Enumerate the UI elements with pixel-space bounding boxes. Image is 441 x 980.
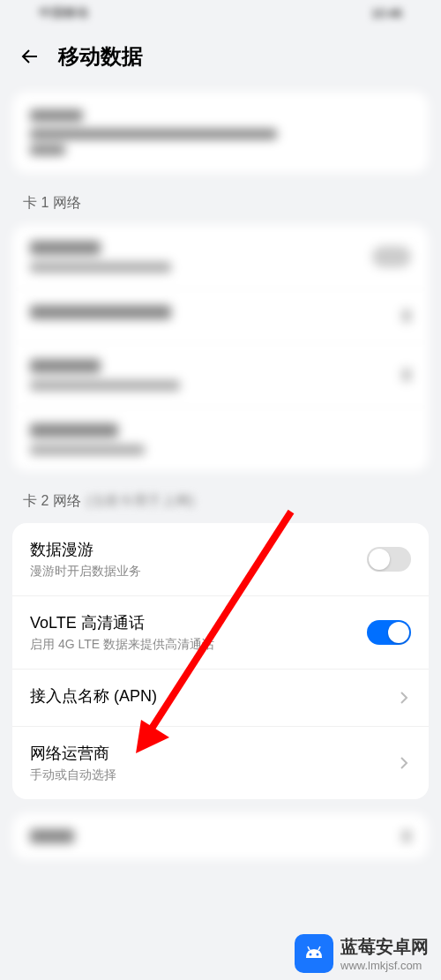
svg-point-3 (310, 954, 312, 956)
sim1-section-label: 卡 1 网络 (0, 178, 441, 220)
data-roaming-row[interactable]: 数据漫游 漫游时开启数据业务 (12, 523, 429, 596)
volte-title: VoLTE 高清通话 (30, 612, 367, 633)
watermark: 蓝莓安卓网 www.lmkjsf.com (0, 927, 441, 980)
data-roaming-subtitle: 漫游时开启数据业务 (30, 564, 367, 580)
blurred-bottom-card (12, 813, 429, 859)
svg-line-5 (308, 946, 310, 950)
data-roaming-toggle[interactable] (367, 547, 411, 572)
sim1-group-blurred (12, 225, 429, 471)
watermark-logo-icon (295, 934, 333, 973)
sim2-group: 数据漫游 漫游时开启数据业务 VoLTE 高清通话 启用 4G LTE 数据来提… (12, 523, 429, 799)
chevron-right-icon (397, 756, 411, 770)
operator-title: 网络运营商 (30, 743, 397, 764)
volte-toggle[interactable] (367, 620, 411, 645)
page-title: 移动数据 (58, 42, 143, 71)
watermark-title: 蓝莓安卓网 (340, 935, 429, 959)
back-button[interactable] (18, 44, 42, 69)
operator-subtitle: 手动或自动选择 (30, 767, 397, 783)
page-header: 移动数据 (0, 26, 441, 86)
status-bar: 中国移动 10:46 (0, 0, 441, 26)
time-label: 10:46 (371, 6, 402, 20)
chevron-right-icon (397, 691, 411, 705)
blurred-top-card (12, 92, 429, 173)
arrow-left-icon (19, 46, 41, 67)
volte-row[interactable]: VoLTE 高清通话 启用 4G LTE 数据来提供高清通话 (12, 596, 429, 670)
data-roaming-title: 数据漫游 (30, 539, 367, 560)
volte-subtitle: 启用 4G LTE 数据来提供高清通话 (30, 637, 367, 653)
apn-row[interactable]: 接入点名称 (APN) (12, 670, 429, 727)
operator-row[interactable]: 网络运营商 手动或自动选择 (12, 727, 429, 799)
svg-point-4 (317, 954, 319, 956)
apn-title: 接入点名称 (APN) (30, 685, 397, 707)
sim2-section-label: 卡 2 网络 (当前卡用于上网) (0, 476, 441, 518)
carrier-label: 中国移动 (39, 5, 88, 21)
svg-line-6 (318, 946, 320, 950)
watermark-url: www.lmkjsf.com (340, 959, 429, 972)
